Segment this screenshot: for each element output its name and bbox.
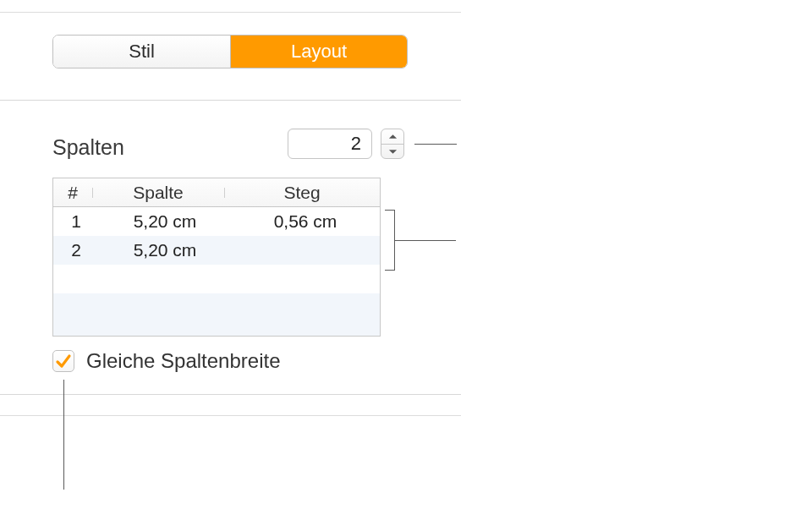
chevron-down-icon [388,148,398,155]
divider [0,100,461,101]
cell-column: 5,20 cm [99,211,231,232]
divider [0,394,461,395]
cell-index: 2 [53,240,99,260]
header-gutter[interactable]: Steg [224,183,380,203]
columns-count-field[interactable]: 2 [288,129,372,159]
cell-column: 5,20 cm [99,240,231,260]
table-row-empty [53,265,380,293]
equal-width-row: Gleiche Spaltenbreite [52,349,280,373]
table-body: 1 5,20 cm 0,56 cm 2 5,20 cm [53,207,380,336]
stepper-down-button[interactable] [381,144,403,158]
columns-label: Spalten [52,135,124,160]
callout-bracket [385,210,395,271]
callout-line [414,144,457,145]
cell-gutter: 0,56 cm [231,211,380,232]
equal-width-label: Gleiche Spaltenbreite [86,349,280,373]
table-row[interactable]: 2 5,20 cm [53,236,380,265]
layout-inspector-panel: Stil Layout Spalten 2 # Spalte [0,0,461,416]
table-row[interactable]: 1 5,20 cm 0,56 cm [53,207,380,236]
tab-bar: Stil Layout [52,35,408,68]
callout-line [63,380,64,490]
columns-table: # Spalte Steg 1 5,20 cm 0,56 cm 2 5,20 c… [52,178,381,337]
callout-line [395,240,456,241]
checkmark-icon [55,353,72,370]
tab-layout[interactable]: Layout [230,36,407,68]
panel-top-border [0,12,461,13]
stepper-up-button[interactable] [381,129,403,144]
tab-stil[interactable]: Stil [53,36,230,68]
equal-width-checkbox[interactable] [52,350,74,372]
columns-stepper [381,129,404,159]
chevron-up-icon [388,134,398,140]
table-row-empty [53,293,380,336]
header-index[interactable]: # [53,183,92,203]
header-column[interactable]: Spalte [92,183,224,203]
table-header: # Spalte Steg [53,178,380,207]
cell-index: 1 [53,211,99,232]
